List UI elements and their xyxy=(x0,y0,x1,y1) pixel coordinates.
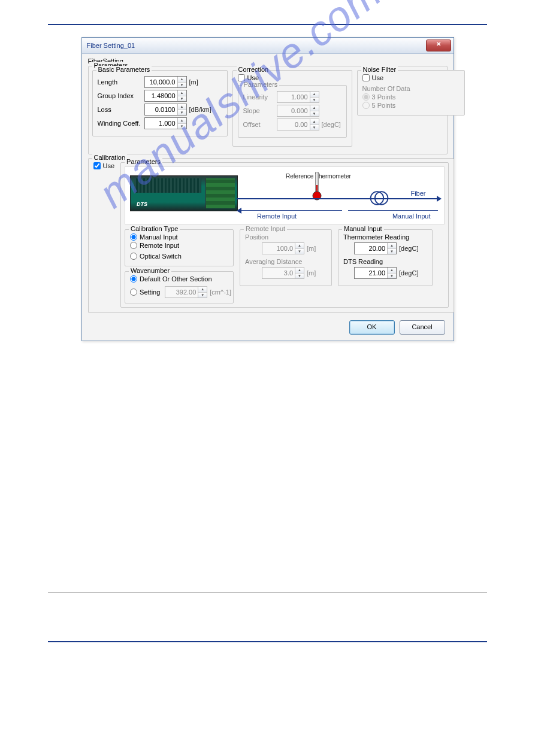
length-unit: [m] xyxy=(189,78,198,86)
slope-label: Slope xyxy=(243,107,277,114)
wavenumber-group: Wavenumber Default Or Other Section Sett… xyxy=(125,271,234,303)
wavenum-default-radio[interactable]: Default Or Other Section xyxy=(130,275,211,283)
chevron-up-icon[interactable]: ▲ xyxy=(388,268,396,274)
calibration-use-checkbox[interactable]: Use xyxy=(93,162,115,169)
noise-numdata-label: Number Of Data xyxy=(362,85,460,92)
calibration-diagram: DTS Reference Thermometer xyxy=(125,166,444,224)
noise-3points-radio: 3 Points xyxy=(362,93,396,101)
fiber-label: Fiber xyxy=(410,190,425,197)
loss-label: Loss xyxy=(98,106,144,113)
manual-dts-stepper[interactable]: ▲▼ xyxy=(354,267,397,279)
chevron-up-icon[interactable]: ▲ xyxy=(388,243,396,249)
remote-input-label: Remote Input xyxy=(257,212,297,220)
correction-params-legend: Parameters xyxy=(242,81,280,88)
basic-parameters-group: Basic Parameters Length ▲▼ [m] Group Ind… xyxy=(92,70,228,136)
length-stepper[interactable]: ▲▼ xyxy=(144,76,187,88)
remote-input-group: Remote Input Position ▲▼ [m] Averaging D… xyxy=(240,229,332,286)
remote-pos-label: Position xyxy=(245,233,327,241)
offset-stepper: ▲▼ xyxy=(277,119,319,130)
linearity-stepper: ▲▼ xyxy=(277,91,319,103)
manual-input-label: Manual Input xyxy=(392,212,431,220)
chevron-down-icon[interactable]: ▼ xyxy=(178,96,186,102)
remote-avg-unit: [m] xyxy=(307,269,316,277)
remote-pos-stepper: ▲▼ xyxy=(262,242,304,254)
cancel-button[interactable]: Cancel xyxy=(400,320,445,335)
offset-label: Offset xyxy=(243,121,277,128)
section-rule xyxy=(48,593,487,593)
caltype-remote-radio[interactable]: Remote Input xyxy=(130,242,179,249)
chevron-down-icon[interactable]: ▼ xyxy=(388,274,396,279)
manual-legend: Manual Input xyxy=(342,225,384,232)
noise-legend: Noise Filter xyxy=(361,66,398,73)
noise-5points-radio: 5 Points xyxy=(362,102,396,109)
thermometer-icon xyxy=(312,172,322,202)
chevron-up-icon[interactable]: ▲ xyxy=(178,77,186,83)
page-top-rule xyxy=(48,24,487,25)
fiber-setting-dialog: Fiber Setting_01 ✕ FiberSetting Paramete… xyxy=(81,37,454,341)
noise-filter-group: Noise Filter Use Number Of Data 3 Points… xyxy=(357,70,465,116)
basic-legend: Basic Parameters xyxy=(96,66,152,73)
calibration-type-group: Calibration Type Manual Input Remote Inp… xyxy=(125,229,234,266)
correction-legend: Correction xyxy=(237,66,271,73)
manual-dts-unit: [degC] xyxy=(399,269,418,277)
page-bottom-rule xyxy=(48,641,487,642)
chevron-down-icon[interactable]: ▼ xyxy=(388,249,396,254)
wavenum-setting-stepper: ▲▼ xyxy=(165,286,207,298)
arrow-left-icon xyxy=(237,208,241,214)
length-label: Length xyxy=(98,78,144,86)
chevron-down-icon[interactable]: ▼ xyxy=(178,83,186,88)
slope-stepper: ▲▼ xyxy=(277,105,319,117)
noise-use-checkbox[interactable]: Use xyxy=(362,74,384,81)
chevron-up-icon[interactable]: ▲ xyxy=(178,90,186,96)
caltype-optical-radio[interactable]: Optical Switch xyxy=(130,253,182,260)
remote-legend: Remote Input xyxy=(244,225,287,232)
dts-device-icon: DTS xyxy=(130,175,238,211)
wavenum-setting-radio[interactable]: Setting xyxy=(130,289,160,296)
ok-button[interactable]: OK xyxy=(349,320,395,335)
winding-stepper[interactable]: ▲▼ xyxy=(144,117,187,129)
remote-avg-label: Averaging Distance xyxy=(245,258,327,265)
caltype-manual-radio[interactable]: Manual Input xyxy=(130,233,178,241)
chevron-down-icon[interactable]: ▼ xyxy=(178,110,186,116)
manual-input-group: Manual Input Thermometer Reading ▲▼ [deg… xyxy=(338,229,433,286)
winding-label: Winding Coeff. xyxy=(98,120,144,127)
chevron-up-icon[interactable]: ▲ xyxy=(178,104,186,110)
chevron-down-icon[interactable]: ▼ xyxy=(178,124,186,129)
dialog-titlebar: Fiber Setting_01 ✕ xyxy=(82,38,454,54)
loss-stepper[interactable]: ▲▼ xyxy=(144,104,187,116)
manual-therm-label: Thermometer Reading xyxy=(343,233,427,241)
close-icon[interactable]: ✕ xyxy=(426,40,451,51)
group-index-label: Group Index xyxy=(98,92,144,99)
wavenum-unit: [cm^-1] xyxy=(210,289,231,296)
manual-dts-label: DTS Reading xyxy=(343,258,427,265)
remote-pos-unit: [m] xyxy=(307,245,316,252)
arrow-right-icon xyxy=(437,196,442,202)
manual-therm-stepper[interactable]: ▲▼ xyxy=(354,242,397,254)
calibration-legend: Calibration xyxy=(92,154,128,161)
remote-avg-stepper: ▲▼ xyxy=(262,267,304,279)
correction-group: Correction Use Parameters Linearity ▲▼ S… xyxy=(232,70,352,147)
caltype-legend: Calibration Type xyxy=(129,225,180,232)
manual-therm-unit: [degC] xyxy=(399,245,418,252)
fiber-loop-icon xyxy=(368,187,390,209)
offset-unit: [degC] xyxy=(322,121,341,128)
calib-params-legend: Parameters xyxy=(125,158,162,165)
linearity-label: Linearity xyxy=(243,93,277,101)
group-index-stepper[interactable]: ▲▼ xyxy=(144,90,187,102)
chevron-up-icon[interactable]: ▲ xyxy=(178,118,186,124)
calibration-group: Calibration Use Parameters DTS Reference… xyxy=(88,158,454,313)
dialog-title: Fiber Setting_01 xyxy=(87,42,135,49)
wavenum-legend: Wavenumber xyxy=(129,267,171,274)
loss-unit: [dB/km] xyxy=(189,106,211,113)
